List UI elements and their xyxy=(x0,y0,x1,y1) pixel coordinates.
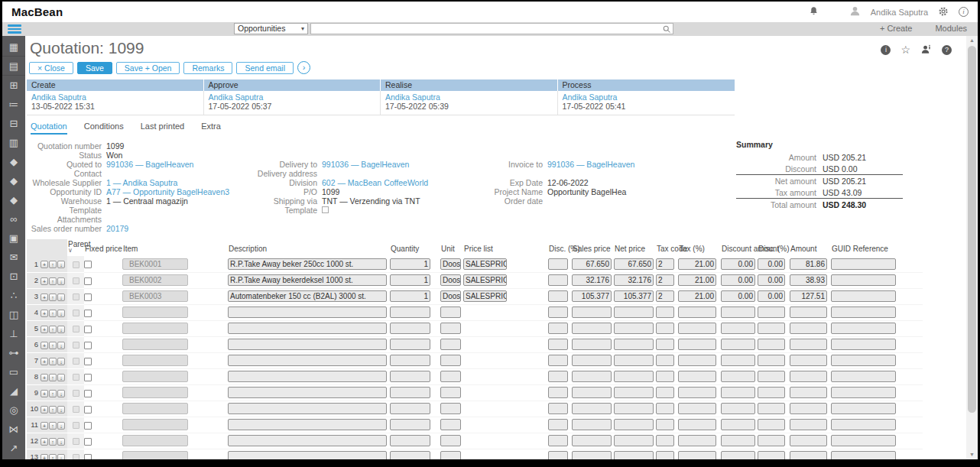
unit-input[interactable] xyxy=(440,355,461,366)
modules-button[interactable]: Modules xyxy=(935,24,967,33)
rows-icon[interactable]: ▥ xyxy=(2,133,25,152)
item-code-input[interactable]: BEK0003 xyxy=(122,290,188,302)
discount-amount-input[interactable]: 0.00 xyxy=(721,258,755,270)
fixed-price-checkbox[interactable] xyxy=(84,261,92,268)
sitemap-icon[interactable]: ⊥ xyxy=(2,324,25,343)
quantity-input[interactable] xyxy=(390,371,430,382)
row-move-down-button[interactable]: ↓ xyxy=(57,374,65,381)
action-button[interactable]: × Close xyxy=(29,62,73,74)
discount-amount-input[interactable] xyxy=(721,435,755,446)
unit-input[interactable] xyxy=(440,323,461,334)
row-move-down-button[interactable]: ↓ xyxy=(57,406,65,413)
help-icon[interactable]: ? xyxy=(942,45,952,55)
description-input[interactable] xyxy=(228,355,387,366)
discount-pct-input[interactable] xyxy=(548,258,568,270)
tax-pct-input[interactable]: 21.00 xyxy=(678,258,716,270)
item-code-input[interactable] xyxy=(122,387,188,398)
row-move-down-button[interactable]: ↓ xyxy=(57,454,65,459)
building-icon[interactable]: ▦ xyxy=(2,37,25,57)
quantity-input[interactable] xyxy=(390,451,430,459)
guid-reference-input[interactable] xyxy=(831,339,896,350)
guid-reference-input[interactable] xyxy=(831,419,896,430)
row-insert-button[interactable]: + xyxy=(41,358,48,365)
sales-price-input[interactable] xyxy=(572,451,612,459)
net-price-input[interactable]: 32.176 xyxy=(614,274,654,286)
user-avatar-icon[interactable] xyxy=(849,5,861,18)
unit-input[interactable] xyxy=(440,451,461,459)
puzzle-icon[interactable]: ◆ xyxy=(2,152,25,171)
amount-input[interactable]: 38.93 xyxy=(790,274,827,286)
fixed-price-checkbox[interactable] xyxy=(84,390,92,397)
field-value[interactable]: 20179 xyxy=(106,224,128,233)
tax-pct-input[interactable]: 21.00 xyxy=(678,290,716,302)
unit-input[interactable] xyxy=(440,339,461,350)
row-insert-button[interactable]: + xyxy=(41,277,48,285)
action-button[interactable]: Save + Open xyxy=(116,62,180,74)
vertical-scrollbar[interactable]: ▲ ▼ xyxy=(966,36,978,459)
description-input[interactable] xyxy=(228,403,387,414)
unit-input[interactable] xyxy=(440,387,461,398)
discount-pct-input[interactable] xyxy=(548,403,568,414)
row-insert-button[interactable]: + xyxy=(41,326,48,333)
line-discount-pct-input[interactable] xyxy=(758,435,785,446)
line-discount-pct-input[interactable] xyxy=(758,419,785,430)
line-discount-pct-input[interactable] xyxy=(758,339,785,350)
discount-amount-input[interactable] xyxy=(721,387,755,398)
net-price-input[interactable] xyxy=(614,419,654,430)
binoculars-icon[interactable]: ∞ xyxy=(2,209,25,229)
tax-pct-input[interactable] xyxy=(678,419,716,430)
net-price-input[interactable]: 105.377 xyxy=(614,290,654,302)
description-input[interactable]: R.P.Take Away beker 250cc 1000 st. xyxy=(228,258,387,270)
row-move-down-button[interactable]: ↓ xyxy=(57,422,65,430)
fixed-price-checkbox[interactable] xyxy=(84,293,92,301)
quantity-input[interactable]: 1 xyxy=(390,258,430,270)
net-price-input[interactable] xyxy=(614,435,654,446)
discount-pct-input[interactable] xyxy=(548,274,568,286)
discount-amount-input[interactable] xyxy=(721,419,755,430)
row-move-up-button[interactable]: ↑ xyxy=(49,422,57,430)
unit-input[interactable]: Doos xyxy=(440,274,461,286)
amount-input[interactable] xyxy=(790,306,827,318)
line-discount-pct-input[interactable] xyxy=(758,371,785,382)
external-link-icon[interactable]: ↗ xyxy=(2,439,25,458)
discount-pct-input[interactable] xyxy=(548,419,568,430)
row-move-down-button[interactable]: ↓ xyxy=(57,342,65,349)
fixed-price-checkbox[interactable] xyxy=(84,277,92,285)
sales-price-input[interactable] xyxy=(572,355,612,366)
row-move-down-button[interactable]: ↓ xyxy=(57,310,65,317)
tax-pct-input[interactable] xyxy=(678,339,716,350)
tax-code-input[interactable] xyxy=(656,306,674,318)
row-insert-button[interactable]: + xyxy=(41,390,48,397)
item-code-input[interactable] xyxy=(122,339,188,350)
row-move-up-button[interactable]: ↑ xyxy=(49,277,57,285)
amount-input[interactable] xyxy=(790,435,827,446)
tax-pct-input[interactable] xyxy=(678,387,716,398)
item-code-input[interactable] xyxy=(122,403,188,414)
guid-reference-input[interactable] xyxy=(831,306,896,318)
notifications-bell-icon[interactable] xyxy=(809,6,819,18)
key-icon[interactable]: ⊶ xyxy=(2,343,25,362)
sales-price-input[interactable] xyxy=(572,371,612,382)
description-input[interactable] xyxy=(228,419,387,430)
quantity-input[interactable] xyxy=(390,339,430,350)
scrollbar-thumb[interactable] xyxy=(968,46,976,413)
action-button[interactable]: Save xyxy=(77,62,112,74)
tax-code-input[interactable] xyxy=(656,355,674,366)
parent-expand-chevron-icon[interactable]: ∨ xyxy=(68,248,84,253)
tax-code-input[interactable] xyxy=(656,339,674,350)
tax-code-input[interactable] xyxy=(656,451,674,459)
discount-amount-input[interactable] xyxy=(721,306,755,318)
row-move-up-button[interactable]: ↑ xyxy=(49,438,57,446)
field-value[interactable]: 991036 — BagelHeaven xyxy=(322,160,409,169)
row-insert-button[interactable]: + xyxy=(41,438,48,446)
amount-input[interactable] xyxy=(790,323,827,334)
amount-input[interactable] xyxy=(790,403,827,414)
net-price-input[interactable] xyxy=(614,387,654,398)
current-user-name[interactable]: Andika Saputra xyxy=(871,8,928,17)
sales-price-input[interactable]: 32.176 xyxy=(572,274,612,286)
row-move-down-button[interactable]: ↓ xyxy=(57,390,65,397)
tax-code-input[interactable] xyxy=(656,371,674,382)
discount-pct-input[interactable] xyxy=(548,355,568,366)
sales-price-input[interactable] xyxy=(572,387,612,398)
people-icon[interactable]: ⋈ xyxy=(2,420,25,439)
